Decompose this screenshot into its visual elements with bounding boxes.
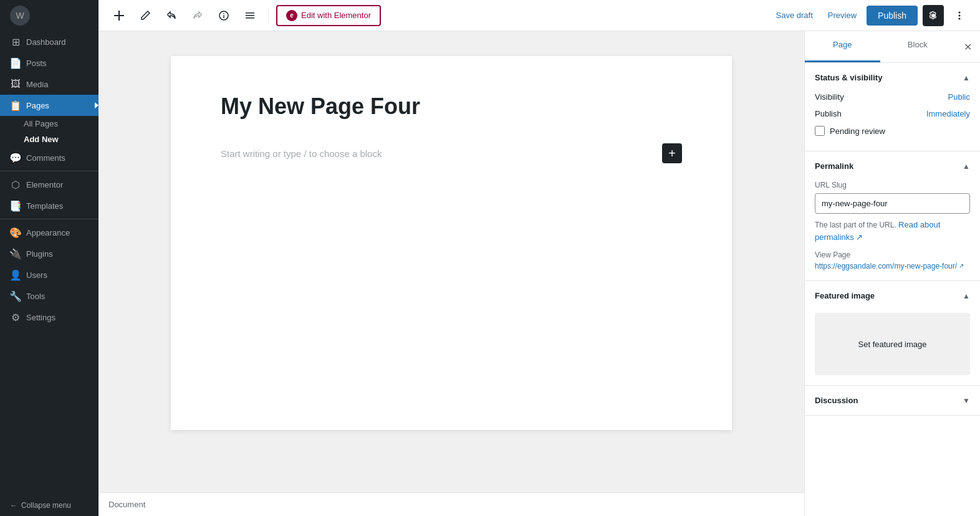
sidebar-item-tools[interactable]: 🔧 Tools <box>0 285 98 307</box>
info-button[interactable] <box>213 5 234 26</box>
edit-with-elementor-button[interactable]: e Edit with Elementor <box>276 5 381 26</box>
featured-image-placeholder[interactable]: Set featured image <box>815 313 970 375</box>
set-featured-image-button[interactable]: Set featured image <box>858 340 927 349</box>
collapse-menu-button[interactable]: ← Collapse menu <box>0 495 98 516</box>
document-label: Document <box>108 500 145 509</box>
tab-page[interactable]: Page <box>805 31 880 62</box>
svg-rect-7 <box>246 17 254 19</box>
save-draft-button[interactable]: Save draft <box>771 7 818 24</box>
url-slug-input[interactable] <box>815 193 970 214</box>
page-title[interactable]: My New Page Four <box>221 93 682 120</box>
users-icon: 👤 <box>10 269 21 280</box>
templates-icon: 📑 <box>10 200 21 211</box>
list-view-button[interactable] <box>239 5 261 26</box>
sidebar-item-label: Tools <box>26 292 45 301</box>
undo-button[interactable] <box>161 5 182 26</box>
svg-point-8 <box>959 11 961 13</box>
media-icon: 🖼 <box>10 79 21 90</box>
plus-icon <box>113 9 125 22</box>
pending-review-checkbox[interactable] <box>815 126 825 136</box>
sidebar-item-label: Comments <box>26 153 65 163</box>
featured-image-header[interactable]: Featured image ▲ <box>805 281 980 310</box>
svg-rect-6 <box>246 15 254 16</box>
submenu-add-new[interactable]: Add New <box>0 131 98 147</box>
sidebar-item-media[interactable]: 🖼 Media <box>0 74 98 95</box>
edit-pen-button[interactable] <box>135 5 156 26</box>
settings-gear-button[interactable] <box>923 5 944 26</box>
preview-button[interactable]: Preview <box>823 7 862 24</box>
more-icon <box>954 10 965 21</box>
svg-rect-4 <box>223 13 224 14</box>
collapse-label: Collapse menu <box>21 501 71 510</box>
sidebar-item-label: Media <box>26 80 48 89</box>
visibility-value[interactable]: Public <box>948 92 970 102</box>
sidebar-item-posts[interactable]: 📄 Posts <box>0 52 98 74</box>
permalink-section: Permalink ▲ URL Slug The last part of th… <box>805 151 980 281</box>
featured-image-title: Featured image <box>815 291 875 300</box>
discussion-header[interactable]: Discussion ▼ <box>805 386 980 415</box>
panel-tabs: Page Block ✕ <box>805 31 980 63</box>
toolbar-right: Save draft Preview Publish <box>771 5 970 26</box>
panel-close-button[interactable]: ✕ <box>955 31 980 62</box>
tools-icon: 🔧 <box>10 290 21 302</box>
featured-image-toggle: ▲ <box>963 292 970 300</box>
sidebar-item-label: Dashboard <box>26 37 66 47</box>
external-link-icon: ↗ <box>959 262 964 269</box>
add-block-toolbar-button[interactable] <box>108 5 130 26</box>
publish-button[interactable]: Publish <box>867 6 918 26</box>
collapse-icon: ← <box>10 501 17 510</box>
svg-point-9 <box>959 14 961 16</box>
right-panel: Page Block ✕ Status & visibility ▲ Visib… <box>804 31 980 516</box>
elementor-logo-icon: e <box>286 10 297 21</box>
posts-icon: 📄 <box>10 57 21 69</box>
block-placeholder[interactable]: Start writing or type / to choose a bloc… <box>221 138 682 168</box>
publish-value[interactable]: Immediately <box>926 109 970 118</box>
toolbar-divider <box>268 8 269 23</box>
sidebar-item-users[interactable]: 👤 Users <box>0 264 98 285</box>
sidebar-item-label: Plugins <box>26 249 53 259</box>
main-area: e Edit with Elementor Save draft Preview… <box>98 0 980 516</box>
add-block-inline-button[interactable]: + <box>662 143 682 163</box>
sidebar-item-dashboard[interactable]: ⊞ Dashboard <box>0 31 98 52</box>
sidebar-item-settings[interactable]: ⚙ Settings <box>0 307 98 328</box>
wp-logo-icon: W <box>10 6 30 26</box>
sidebar-item-plugins[interactable]: 🔌 Plugins <box>0 243 98 264</box>
sidebar: W ⊞ Dashboard 📄 Posts 🖼 Media 📋 Pages Al… <box>0 0 98 516</box>
pen-icon <box>140 10 151 21</box>
sidebar-item-templates[interactable]: 📑 Templates <box>0 195 98 216</box>
url-slug-label: URL Slug <box>815 181 970 189</box>
view-page-label: View Page <box>815 251 970 259</box>
featured-image-section: Featured image ▲ Set featured image <box>805 281 980 386</box>
sidebar-item-label: Users <box>26 270 47 280</box>
sidebar-divider <box>0 171 98 171</box>
pending-review-label[interactable]: Pending review <box>830 127 885 136</box>
editor-canvas[interactable]: My New Page Four Start writing or type /… <box>171 56 732 430</box>
svg-point-10 <box>959 17 961 19</box>
more-options-button[interactable] <box>949 5 970 26</box>
editor-area[interactable]: My New Page Four Start writing or type /… <box>98 31 804 492</box>
placeholder-text: Start writing or type / to choose a bloc… <box>221 148 382 159</box>
sidebar-item-pages[interactable]: 📋 Pages <box>0 95 98 116</box>
discussion-toggle: ▼ <box>963 396 970 405</box>
redo-button[interactable] <box>187 5 208 26</box>
submenu-all-pages[interactable]: All Pages <box>0 116 98 131</box>
status-visibility-toggle: ▲ <box>963 74 970 82</box>
sidebar-item-label: Posts <box>26 59 47 68</box>
sidebar-item-label: Appearance <box>26 228 70 237</box>
sidebar-item-appearance[interactable]: 🎨 Appearance <box>0 222 98 243</box>
settings-icon: ⚙ <box>10 312 21 323</box>
permalink-title: Permalink <box>815 161 853 171</box>
tab-block[interactable]: Block <box>880 31 956 62</box>
sidebar-item-elementor[interactable]: ⬡ Elementor <box>0 174 98 195</box>
sidebar-item-comments[interactable]: 💬 Comments <box>0 147 98 168</box>
sidebar-item-label: Pages <box>26 101 49 110</box>
info-icon <box>218 10 229 21</box>
featured-image-content: Set featured image <box>805 313 980 385</box>
bottom-bar: Document <box>98 492 804 516</box>
dashboard-icon: ⊞ <box>10 36 21 47</box>
pages-submenu: All Pages Add New <box>0 116 98 147</box>
view-page-url[interactable]: https://eggsandale.com/my-new-page-four/… <box>815 262 970 270</box>
svg-rect-5 <box>246 12 254 14</box>
status-visibility-header[interactable]: Status & visibility ▲ <box>805 63 980 92</box>
permalink-header[interactable]: Permalink ▲ <box>805 151 980 181</box>
